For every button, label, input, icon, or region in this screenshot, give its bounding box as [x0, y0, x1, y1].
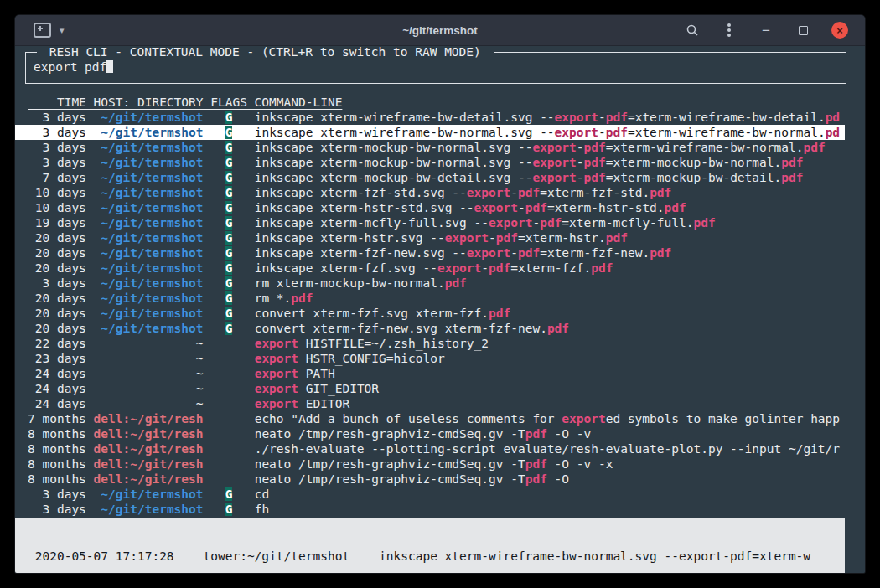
row-host-directory: ~/git/termshot	[94, 111, 204, 124]
history-row-selected[interactable]: 3 days ~/git/termshot G inkscape xterm-w…	[15, 125, 845, 140]
close-button[interactable]: ×	[831, 22, 848, 39]
row-command: export HISTFILE=~/.zsh_history_2	[255, 337, 489, 350]
row-host-directory: ~/git/termshot	[94, 186, 204, 199]
search-match: pdf	[518, 246, 540, 260]
history-rows: 3 days ~/git/termshot G inkscape xterm-w…	[15, 110, 845, 517]
row-command: convert xterm-fzf.svg xterm-fzf.pdf	[255, 307, 511, 320]
row-flags	[210, 337, 247, 350]
history-row[interactable]: 24 days ~ export EDITOR	[15, 396, 845, 411]
row-flags: G	[210, 156, 247, 169]
search-match: export	[255, 337, 298, 350]
minimize-button[interactable]: −	[758, 22, 774, 39]
row-command: inkscape xterm-fzf.svg --export-pdf=xter…	[255, 261, 613, 275]
git-flag-badge: G	[225, 156, 233, 169]
row-time: 3 days	[28, 276, 86, 290]
row-flags	[210, 472, 247, 486]
search-match: pdf	[525, 457, 547, 471]
row-command: convert xterm-fzf-new.svg xterm-fzf-new.…	[255, 322, 569, 335]
git-flag-badge: G	[225, 307, 233, 320]
history-row[interactable]: 8 months dell:~/git/resh ./resh-evaluate…	[15, 441, 845, 456]
history-row[interactable]: 8 months dell:~/git/resh neato /tmp/resh…	[15, 426, 845, 441]
row-host-directory: ~/git/termshot	[94, 156, 204, 169]
git-flag-badge: G	[225, 291, 233, 305]
row-time: 24 days	[28, 397, 86, 410]
row-time: 20 days	[28, 307, 86, 320]
git-flag-badge: G	[225, 503, 233, 516]
history-row[interactable]: 3 days ~/git/termshot G fh	[15, 502, 845, 517]
history-row[interactable]: 20 days ~/git/termshot G convert xterm-f…	[15, 306, 845, 321]
row-time: 8 months	[28, 457, 86, 471]
history-row[interactable]: 3 days ~/git/termshot G rm xterm-mockup-…	[15, 276, 845, 291]
row-host-directory: ~/git/termshot	[94, 171, 204, 184]
text-cursor-block	[106, 60, 113, 73]
row-command: neato /tmp/resh-graphviz-cmdSeq.gv -Tpdf…	[255, 457, 613, 471]
search-match: export	[467, 246, 510, 260]
history-row[interactable]: 20 days ~/git/termshot G inkscape xterm-…	[15, 260, 845, 276]
history-row[interactable]: 3 days ~/git/termshot G inkscape xterm-w…	[15, 110, 845, 125]
chevron-down-icon[interactable]: ▾	[60, 26, 65, 35]
titlebar-right-group: − ×	[684, 22, 848, 39]
history-row[interactable]: 24 days ~ export PATH	[15, 366, 845, 381]
terminal-content: RESH CLI - CONTEXTUAL MODE - (CTRL+R to …	[15, 46, 865, 573]
row-command: cd	[255, 487, 269, 501]
history-row[interactable]: 8 months dell:~/git/resh neato /tmp/resh…	[15, 472, 845, 487]
history-row[interactable]: 10 days ~/git/termshot G inkscape xterm-…	[15, 200, 845, 215]
git-flag-badge: G	[225, 276, 233, 290]
history-row[interactable]: 19 days ~/git/termshot G inkscape xterm-…	[15, 215, 845, 230]
row-flags: G	[210, 307, 247, 320]
row-time: 22 days	[28, 337, 86, 350]
row-time: 8 months	[28, 427, 86, 441]
history-row[interactable]: 20 days ~/git/termshot G inkscape xterm-…	[15, 245, 845, 260]
search-icon[interactable]	[684, 22, 701, 39]
row-flags	[210, 382, 247, 395]
row-command: inkscape xterm-mockup-bw-detail.svg --ex…	[255, 171, 804, 184]
row-host-directory: ~	[94, 382, 204, 395]
row-host-directory: ~/git/termshot	[94, 307, 204, 320]
history-row[interactable]: 7 months dell:~/git/resh echo "Add a bun…	[15, 411, 845, 426]
history-row[interactable]: 3 days ~/git/termshot G inkscape xterm-m…	[15, 140, 845, 155]
history-row[interactable]: 20 days ~/git/termshot G rm *.pdf	[15, 291, 845, 306]
search-match: pdf	[489, 307, 510, 320]
history-row[interactable]: 3 days ~/git/termshot G inkscape xterm-m…	[15, 155, 845, 170]
search-match: pdf	[489, 261, 510, 275]
row-command: inkscape xterm-fzf-new.svg --export-pdf=…	[255, 246, 672, 260]
search-match: pdf	[694, 216, 716, 230]
search-match: pdf	[803, 141, 825, 154]
history-row[interactable]: 22 days ~ export HISTFILE=~/.zsh_history…	[15, 336, 845, 351]
row-time: 24 days	[28, 367, 86, 380]
history-row[interactable]: 8 months dell:~/git/resh neato /tmp/resh…	[15, 456, 845, 472]
menu-kebab-icon[interactable]	[721, 22, 738, 39]
row-flags	[210, 352, 247, 365]
search-match: export	[255, 397, 298, 410]
row-time: 20 days	[28, 261, 86, 275]
search-match: export	[467, 186, 510, 199]
search-match: pdf	[525, 472, 547, 486]
history-row[interactable]: 7 days ~/git/termshot G inkscape xterm-m…	[15, 170, 845, 185]
titlebar: ▾ ~/git/termshot − ×	[15, 15, 865, 46]
row-flags	[210, 397, 247, 410]
history-row[interactable]: 20 days ~/git/termshot G inkscape xterm-…	[15, 230, 845, 245]
row-command: neato /tmp/resh-graphviz-cmdSeq.gv -Tpdf…	[255, 472, 569, 486]
row-command: export GIT_EDITOR	[255, 382, 379, 395]
search-match: pdf	[584, 171, 606, 184]
search-match: export	[532, 156, 576, 169]
close-icon: ×	[836, 25, 843, 36]
history-row[interactable]: 10 days ~/git/termshot G inkscape xterm-…	[15, 185, 845, 200]
search-match: pdf	[518, 186, 540, 199]
row-command: rm xterm-mockup-bw-normal.pdf	[255, 276, 467, 290]
row-flags	[210, 412, 247, 426]
search-match: pdf	[584, 141, 606, 154]
new-tab-icon[interactable]	[34, 23, 51, 38]
git-flag-badge: G	[225, 126, 233, 139]
row-flags: G	[210, 322, 247, 335]
git-flag-badge: G	[225, 231, 233, 245]
row-host-directory: ~/git/termshot	[94, 261, 204, 275]
history-row[interactable]: 23 days ~ export HSTR_CONFIG=hicolor	[15, 351, 845, 366]
row-flags: G	[210, 171, 247, 184]
history-row[interactable]: 3 days ~/git/termshot G cd	[15, 487, 845, 502]
restore-button[interactable]	[795, 22, 811, 39]
history-row[interactable]: 20 days ~/git/termshot G convert xterm-f…	[15, 321, 845, 336]
history-row[interactable]: 24 days ~ export GIT_EDITOR	[15, 381, 845, 396]
search-match: pdf	[650, 246, 671, 260]
search-match: pdf	[781, 171, 803, 184]
